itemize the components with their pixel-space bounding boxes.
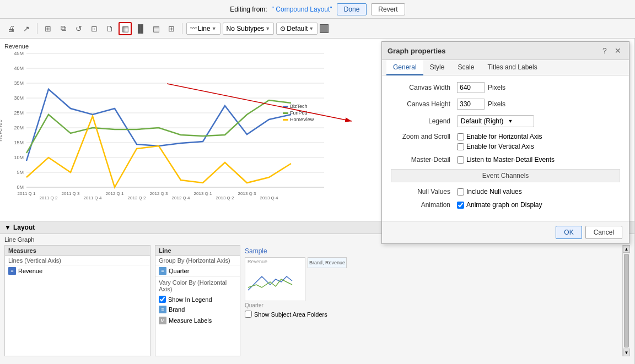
refresh-icon[interactable]: ↺	[72, 22, 85, 35]
show-in-legend-checkbox[interactable]	[159, 296, 166, 303]
enable-vertical-label: Enable for Vertical Axis	[466, 143, 534, 150]
zoom-scroll-row: Zoom and Scroll Enable for Horizontal Ax…	[391, 133, 620, 150]
measures-column: Measures Lines (Vertical Axis) ≡ Revenue	[4, 245, 150, 356]
svg-text:2011 Q 4: 2011 Q 4	[84, 195, 102, 200]
sample-revenue-label: Revenue	[245, 258, 305, 265]
enable-vertical-checkbox[interactable]	[457, 143, 464, 150]
subtypes-dropdown[interactable]: No Subtypes ▼	[223, 23, 275, 35]
editing-bar: Editing from: " Compound Layout" Done Re…	[0, 0, 635, 19]
sample-legend-box: Brand, Revenue	[308, 257, 347, 268]
svg-text:45M: 45M	[14, 51, 24, 56]
color-box[interactable]	[320, 24, 329, 33]
graph-properties-header: Graph properties ? ✕	[382, 42, 629, 60]
tab-titles-labels[interactable]: Titles and Labels	[481, 60, 543, 75]
include-null-checkbox[interactable]	[457, 188, 464, 195]
ok-button[interactable]: OK	[556, 226, 582, 239]
help-icon[interactable]: ?	[599, 45, 610, 56]
edit-view-icon[interactable]: ⊞	[41, 22, 55, 35]
quarter-item[interactable]: ≡ Quarter	[155, 265, 240, 276]
tab-general[interactable]: General	[386, 60, 423, 75]
listen-events-checkbox[interactable]	[457, 156, 464, 164]
animate-checkbox[interactable]	[457, 202, 464, 209]
enable-horizontal-checkbox[interactable]	[457, 133, 464, 140]
scroll-thumb[interactable]	[624, 254, 629, 347]
cancel-button[interactable]: Cancel	[585, 226, 622, 239]
enable-vertical-row: Enable for Vertical Axis	[457, 143, 542, 150]
null-values-label: Null Values	[391, 188, 457, 195]
sample-title: Sample	[245, 245, 267, 257]
measure-labels-item[interactable]: M Measure Labels	[155, 315, 240, 326]
include-null-row: Include Null values	[457, 188, 522, 195]
selected-chart-icon[interactable]: ▦	[119, 22, 132, 35]
done-button[interactable]: Done	[337, 3, 367, 15]
canvas-width-input[interactable]	[457, 82, 485, 93]
legend-dropdown[interactable]: Default (Right) ▼	[457, 115, 534, 127]
brand-item[interactable]: ≡ Brand	[155, 304, 240, 315]
layout-name: " Compound Layout"	[272, 6, 332, 13]
data-view-icon[interactable]: ⊡	[88, 22, 101, 35]
svg-text:2012 Q 1: 2012 Q 1	[106, 191, 124, 196]
layout-content: Measures Lines (Vertical Axis) ≡ Revenue…	[0, 245, 634, 361]
measure-labels-label: Measure Labels	[169, 317, 212, 324]
default-arrow-icon: ▼	[309, 26, 314, 31]
canvas-width-unit: Pixels	[488, 84, 505, 91]
svg-text:2013 Q 4: 2013 Q 4	[260, 195, 278, 200]
arrow-annotation	[167, 84, 352, 121]
canvas-width-row: Canvas Width Pixels	[391, 82, 620, 93]
graph-properties-tabs: General Style Scale Titles and Labels	[382, 60, 629, 75]
copy-view-icon[interactable]: ⧉	[57, 22, 70, 35]
scroll-down-btn[interactable]: ▼	[623, 349, 630, 356]
collapse-icon[interactable]: ▼	[4, 224, 11, 231]
export-icon[interactable]: ↗	[20, 22, 33, 35]
zoom-scroll-label: Zoom and Scroll	[391, 133, 457, 140]
brand-icon: ≡	[159, 306, 166, 313]
graph-properties-body: Canvas Width Pixels Canvas Height Pixels…	[382, 75, 629, 221]
header-icons: ? ✕	[599, 45, 623, 56]
svg-text:5M: 5M	[17, 170, 24, 175]
animate-row: Animate graph on Display	[457, 201, 542, 209]
pivot-icon[interactable]: ⊞	[165, 22, 178, 35]
default-dropdown[interactable]: ⊙ Default ▼	[276, 23, 318, 35]
listen-events-row: Listen to Master-Detail Events	[457, 156, 555, 164]
line-label: Line	[198, 25, 211, 32]
svg-text:2012 Q 3: 2012 Q 3	[150, 191, 168, 196]
lines-vertical-subheader: Lines (Vertical Axis)	[5, 256, 150, 265]
default-icon: ⊙	[280, 25, 286, 32]
line-header: Line	[155, 246, 240, 256]
vary-color-section: Vary Color By (Horizontal Axis)	[155, 276, 240, 295]
canvas-height-row: Canvas Height Pixels	[391, 99, 620, 110]
brand-label: Brand	[169, 306, 185, 313]
scroll-up-btn[interactable]: ▲	[623, 245, 630, 253]
line-type-dropdown[interactable]: 〰 Line ▼	[186, 23, 220, 35]
svg-rect-36	[283, 112, 288, 114]
scrollbar[interactable]: ▲ ▼	[622, 245, 630, 356]
null-values-row: Null Values Include Null values	[391, 188, 620, 195]
enable-horizontal-label: Enable for Horizontal Axis	[466, 133, 542, 140]
close-icon[interactable]: ✕	[612, 45, 623, 56]
print-view-icon[interactable]: 🗋	[103, 22, 116, 35]
biztech-line	[26, 89, 291, 161]
show-in-legend-label: Show In Legend	[168, 296, 212, 303]
measures-header: Measures	[5, 246, 150, 256]
canvas-width-label: Canvas Width	[391, 84, 457, 91]
revenue-item[interactable]: ≡ Revenue	[5, 265, 150, 276]
bar-chart-icon[interactable]: ▐▌	[134, 22, 147, 35]
animation-row: Animation Animate graph on Display	[391, 201, 620, 209]
revert-button[interactable]: Revert	[371, 3, 405, 15]
tab-style[interactable]: Style	[423, 60, 451, 75]
animate-label: Animate graph on Display	[466, 201, 542, 209]
animation-label: Animation	[391, 201, 457, 209]
tab-scale[interactable]: Scale	[451, 60, 481, 75]
subtypes-label: No Subtypes	[227, 25, 265, 32]
svg-text:BizTech: BizTech	[290, 104, 308, 109]
print-icon[interactable]: 🖨	[4, 22, 18, 35]
svg-text:40M: 40M	[14, 66, 24, 71]
svg-text:2012 Q 4: 2012 Q 4	[172, 195, 190, 200]
default-label: Default	[287, 25, 308, 32]
canvas-height-input[interactable]	[457, 99, 485, 110]
master-detail-label: Master-Detail	[391, 156, 457, 164]
show-subject-checkbox[interactable]	[245, 311, 252, 318]
master-detail-row: Master-Detail Listen to Master-Detail Ev…	[391, 156, 620, 164]
svg-text:10M: 10M	[14, 155, 24, 160]
table-icon[interactable]: ▤	[149, 22, 163, 35]
